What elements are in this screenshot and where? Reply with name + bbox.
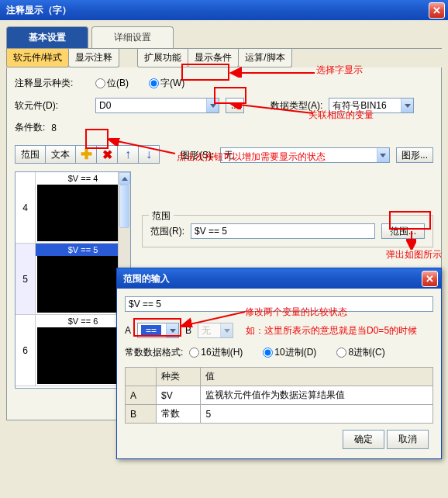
radio-oct[interactable]: 8进制(C) [336, 346, 384, 359]
radio-hex-label: 16进制(H) [201, 346, 243, 359]
window-title: 注释显示（字） [6, 4, 71, 17]
label-shape: 图形(S): [181, 149, 214, 162]
operator-combo[interactable]: == [137, 323, 179, 338]
inner-expression [125, 296, 433, 312]
state-item[interactable]: 5 $V == 5 [16, 244, 130, 315]
table-row: A$V监视软元件值作为数据运算结果值 [126, 386, 433, 405]
subtab-ext[interactable]: 扩展功能 [137, 49, 188, 67]
radio-bit-label: 位(B) [107, 77, 129, 90]
ok-button[interactable]: 确定 [343, 430, 384, 449]
subtab-comment[interactable]: 显示注释 [68, 49, 119, 67]
close-icon[interactable]: ✕ [429, 2, 445, 19]
range-legend: 范围 [149, 209, 174, 223]
state-item[interactable]: 4 $V == 4 [16, 172, 130, 244]
arrow-down-icon: ↓ [146, 147, 152, 161]
col-kind: 种类 [157, 368, 201, 386]
text-button[interactable]: 文本 [45, 145, 76, 164]
device-value: D0 [99, 100, 111, 111]
state-header: $V == 5 [36, 244, 130, 256]
subtab-device-style[interactable]: 软元件/样式 [6, 49, 69, 67]
b-combo: 无 [198, 323, 233, 338]
tab-detail[interactable]: 详细设置 [91, 26, 174, 48]
label-range: 范围(R): [150, 225, 184, 238]
annotation: 如：这里所表示的意思就是当D0=5的时候 [246, 324, 417, 337]
subtab-cond[interactable]: 显示条件 [188, 49, 239, 67]
subtab-script[interactable]: 运算/脚本 [238, 49, 291, 67]
state-number: 5 [16, 244, 36, 314]
variable-table: 种类值 A$V监视软元件值作为数据运算结果值 B常数5 [125, 367, 433, 424]
arrow-up-icon: ↑ [125, 147, 131, 161]
x-icon: ✖ [102, 147, 112, 162]
device-combo[interactable]: D0 [95, 98, 219, 113]
label-a: A [125, 325, 131, 336]
state-header: $V == 4 [36, 172, 130, 185]
tab-basic[interactable]: 基本设置 [6, 26, 88, 48]
chevron-down-icon [377, 148, 389, 162]
radio-hex[interactable]: 16进制(H) [189, 346, 243, 359]
cell: 5 [201, 405, 433, 424]
state-preview [37, 256, 129, 313]
radio-oct-label: 8进制(C) [348, 346, 384, 359]
shape-value: 无 [224, 149, 233, 162]
shape-button[interactable]: 图形... [396, 147, 433, 163]
move-up-button[interactable]: ↑ [117, 145, 139, 164]
label-b: B [185, 325, 191, 336]
range-edit-button[interactable]: 范围... [381, 223, 425, 239]
state-list[interactable]: 4 $V == 4 5 $V == 5 6 $V == 6 [15, 171, 131, 389]
state-number: 4 [16, 172, 36, 243]
state-item[interactable]: 6 $V == 6 [16, 315, 130, 386]
radio-dec-label: 10进制(D) [274, 346, 316, 359]
scroll-thumb[interactable] [119, 185, 129, 228]
radio-bit[interactable]: 位(B) [95, 77, 129, 90]
chevron-down-icon [401, 99, 413, 112]
radio-word[interactable]: 字(W) [149, 77, 184, 90]
label-conditions: 条件数: [15, 121, 45, 134]
cell: 监视软元件值作为数据运算结果值 [201, 386, 433, 405]
state-preview [37, 327, 129, 384]
device-browse-button[interactable]: ... [226, 98, 244, 113]
operator-value: == [141, 325, 161, 336]
move-down-button[interactable]: ↓ [138, 145, 160, 164]
label-datatype: 数据类型(A): [271, 99, 322, 112]
shape-combo[interactable]: 无 [220, 147, 390, 163]
scroll-up-icon[interactable] [119, 172, 130, 185]
close-icon[interactable]: ✕ [422, 271, 438, 287]
label-format: 常数数据格式: [125, 346, 183, 359]
chevron-down-icon [166, 323, 178, 337]
range-button[interactable]: 范围 [15, 145, 46, 164]
datatype-value: 有符号BIN16 [333, 99, 386, 112]
b-value: 无 [202, 324, 211, 337]
table-row: B常数5 [126, 405, 433, 424]
range-input-dialog: 范围的输入 ✕ A == B 无 如：这里所表示的意思就是当D0=5的时候 常数… [116, 268, 442, 459]
radio-dec[interactable]: 10进制(D) [263, 346, 316, 359]
add-button[interactable]: ✚ [75, 145, 97, 164]
label-device: 软元件(D): [15, 99, 89, 112]
label-kind: 注释显示种类: [15, 77, 89, 90]
delete-button[interactable]: ✖ [96, 145, 118, 164]
cancel-button[interactable]: 取消 [387, 430, 429, 449]
state-preview [37, 185, 129, 241]
state-number: 6 [16, 315, 36, 386]
plus-icon: ✚ [81, 146, 92, 163]
condition-count: 8 [51, 123, 57, 133]
inner-title: 范围的输入 [123, 272, 170, 285]
range-expression [191, 223, 375, 239]
cell: $V [157, 386, 201, 405]
chevron-down-icon [220, 323, 233, 337]
col-value: 值 [201, 368, 433, 386]
chevron-down-icon [206, 99, 219, 112]
radio-word-label: 字(W) [160, 77, 184, 90]
cell: 常数 [157, 405, 201, 424]
datatype-combo[interactable]: 有符号BIN16 [329, 98, 414, 113]
